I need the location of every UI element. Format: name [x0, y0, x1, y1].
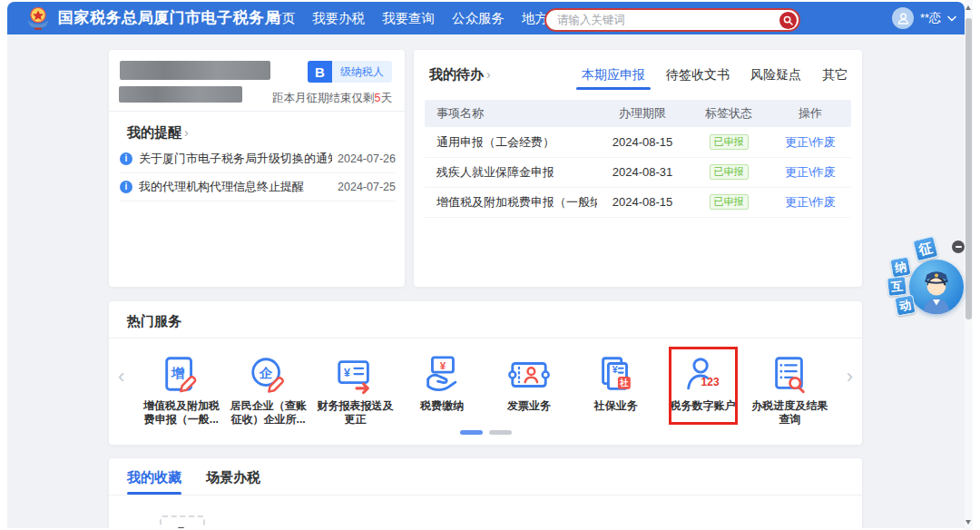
- svg-text:¥: ¥: [344, 367, 350, 379]
- user-avatar: [892, 7, 914, 29]
- service-tax-payment[interactable]: ¥ 税费缴纳: [398, 354, 485, 427]
- carousel-next-button[interactable]: ›: [847, 367, 853, 387]
- chevron-down-icon: [947, 15, 956, 22]
- chevron-right-icon: ›: [486, 67, 491, 82]
- reminder-date: 2024-07-25: [338, 181, 396, 193]
- reminder-item[interactable]: i 我的代理机构代理信息终止提醒 2024-07-25: [120, 172, 396, 201]
- pagination-dot-active[interactable]: [460, 430, 483, 435]
- add-favorite-placeholder[interactable]: [160, 515, 205, 528]
- hot-services-card: 热门服务 ‹ › 增 增值税及附加税费申报（一般... 企 居民企业（查账征收）…: [109, 301, 862, 445]
- grade-label: 级纳税人: [332, 61, 392, 83]
- todo-row: 残疾人就业保障金申报 2024-08-31 已申报 更正\作废: [425, 157, 851, 188]
- tax-payment-icon: ¥: [421, 354, 463, 396]
- todo-title: 我的待办: [429, 66, 484, 82]
- service-label: 办税进度及结果查询: [747, 399, 832, 427]
- social-security-icon: ¥ 社: [595, 354, 637, 396]
- scroll-down-arrow-icon[interactable]: [965, 520, 971, 525]
- tab-scenario-tax[interactable]: 场景办税: [206, 469, 260, 495]
- todo-row: 增值税及附加税费申报（一般纳税人适... 2024-08-15 已申报 更正\作…: [425, 187, 851, 218]
- todo-item-name: 增值税及附加税费申报（一般纳税人适...: [425, 194, 597, 211]
- scroll-up-arrow-icon[interactable]: [965, 5, 971, 10]
- financial-report-icon: ¥: [334, 354, 376, 396]
- todo-title-link[interactable]: 我的待办›: [429, 66, 491, 83]
- tax-officer-icon: [909, 260, 964, 314]
- tab-others[interactable]: 其它: [822, 67, 848, 90]
- reminder-item[interactable]: i 关于厦门市电子税务局升级切换的通知 2024-07-26: [120, 144, 396, 173]
- status-badge: 已申报: [710, 164, 749, 180]
- reminders-title-link[interactable]: 我的提醒›: [127, 124, 189, 142]
- enterprise-income-tax-icon: 企: [248, 354, 289, 396]
- todo-card: 我的待办› 本期应申报 待签收文书 风险疑点 其它 事项名称 办理期限 标签状态…: [414, 50, 862, 287]
- service-vat-declaration[interactable]: 增 增值税及附加税费申报（一般...: [138, 354, 225, 427]
- assistant-char-tile: 动: [894, 294, 916, 316]
- status-cell: 已申报: [688, 164, 769, 180]
- services-row: 增 增值税及附加税费申报（一般... 企 居民企业（查账征收）企业所... ¥: [138, 354, 833, 427]
- service-label: 发票业务: [486, 399, 572, 413]
- deadline-suffix: 天: [381, 92, 393, 104]
- user-menu[interactable]: **恋: [892, 7, 956, 29]
- correct-void-link[interactable]: 更正\作废: [785, 165, 836, 179]
- svg-text:123: 123: [701, 376, 720, 388]
- action-cell: 更正\作废: [769, 194, 851, 211]
- info-icon: i: [120, 152, 132, 165]
- action-cell: 更正\作废: [769, 164, 851, 181]
- deadline-days: 5: [375, 92, 381, 104]
- tab-my-favorites[interactable]: 我的收藏: [127, 469, 181, 495]
- service-financial-report[interactable]: ¥ 财务报表报送及更正: [312, 354, 399, 427]
- service-social-security[interactable]: ¥ 社 社保业务: [573, 354, 660, 427]
- assistant-char-tile: 纳: [889, 256, 911, 278]
- col-item-name: 事项名称: [425, 105, 597, 122]
- progress-query-icon: [769, 354, 810, 396]
- svg-text:社: 社: [619, 378, 629, 388]
- search-input[interactable]: [546, 14, 779, 26]
- reminder-text: 我的代理机构代理信息终止提醒: [139, 179, 332, 195]
- divider: [109, 111, 405, 112]
- correct-void-link[interactable]: 更正\作废: [785, 195, 836, 209]
- svg-text:企: 企: [259, 366, 273, 380]
- service-enterprise-income-tax[interactable]: 企 居民企业（查账征收）企业所...: [225, 354, 312, 427]
- tax-officer-mascot[interactable]: [909, 260, 964, 314]
- status-badge: 已申报: [710, 134, 749, 150]
- svg-text:¥: ¥: [612, 364, 617, 375]
- redacted-company-name: [120, 61, 270, 80]
- favorites-tabs: 我的收藏 场景办税: [127, 469, 260, 495]
- service-digital-account[interactable]: 123 税务数字账户: [660, 354, 747, 427]
- todo-row: 通用申报（工会经费） 2024-08-15 已申报 更正\作废: [425, 127, 851, 158]
- nav-query[interactable]: 我要查询: [382, 10, 435, 27]
- hot-services-title: 热门服务: [127, 313, 181, 330]
- tab-risk-points[interactable]: 风险疑点: [750, 67, 801, 90]
- reminder-text: 关于厦门市电子税务局升级切换的通知: [139, 151, 332, 167]
- page-content: B 级纳税人 距本月征期结束仅剩5天 我的提醒› i 关于厦门市电子税务局升级切…: [7, 34, 965, 528]
- service-label: 税务数字账户: [660, 399, 745, 413]
- invoice-icon: [508, 354, 550, 396]
- carousel-prev-button[interactable]: ‹: [118, 367, 124, 387]
- service-invoice[interactable]: 发票业务: [485, 354, 573, 427]
- tax-emblem-logo: [25, 5, 51, 31]
- todo-item-name: 残疾人就业保障金申报: [425, 164, 597, 181]
- tab-current-declarations[interactable]: 本期应申报: [582, 67, 645, 90]
- minimize-assistant-button[interactable]: [952, 240, 965, 253]
- service-label: 财务报表报送及更正: [312, 399, 397, 427]
- deadline-prefix: 距本月征期结束仅剩: [272, 92, 375, 104]
- col-deadline: 办理期限: [597, 105, 688, 122]
- correct-void-link[interactable]: 更正\作废: [785, 135, 836, 149]
- levy-period-deadline: 距本月征期结束仅剩5天: [272, 91, 392, 106]
- interaction-assistant-widget: 征 纳 互 动: [885, 236, 968, 323]
- search-box: [544, 8, 800, 32]
- search-button[interactable]: [779, 12, 797, 29]
- todo-deadline: 2024-08-15: [597, 195, 688, 209]
- taxpayer-card: B 级纳税人 距本月征期结束仅剩5天 我的提醒› i 关于厦门市电子税务局升级切…: [109, 50, 405, 287]
- reminder-date: 2024-07-26: [338, 152, 396, 165]
- credit-grade-badge[interactable]: B 级纳税人: [308, 61, 392, 83]
- service-label: 税费缴纳: [399, 399, 485, 413]
- nav-home[interactable]: 首页: [269, 10, 295, 27]
- site-title: 国家税务总局厦门市电子税务局: [58, 5, 280, 31]
- info-icon: i: [120, 181, 132, 193]
- tab-documents-to-sign[interactable]: 待签收文书: [666, 67, 730, 90]
- main-nav: 首页 我要办税 我要查询 公众服务 地方特色: [269, 2, 574, 34]
- nav-tax-handling[interactable]: 我要办税: [312, 10, 365, 27]
- service-progress-query[interactable]: 办税进度及结果查询: [746, 354, 833, 427]
- nav-public-service[interactable]: 公众服务: [452, 10, 505, 27]
- pagination-dot[interactable]: [489, 430, 512, 435]
- vat-declaration-icon: 增: [161, 354, 202, 396]
